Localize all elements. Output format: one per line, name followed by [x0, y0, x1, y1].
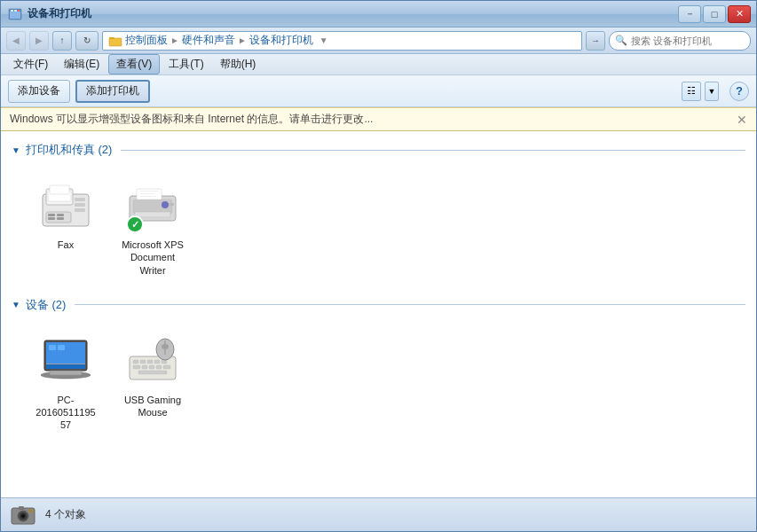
pc-device-label: PC-20160511195 57: [32, 394, 99, 432]
path-segment-3: 设备和打印机: [249, 33, 313, 48]
info-message: Windows 可以显示增强型设备图标和来自 Internet 的信息。请单击进…: [10, 112, 373, 127]
maximize-button[interactable]: □: [703, 5, 726, 23]
svg-rect-56: [19, 506, 24, 510]
default-printer-badge: ✓: [126, 215, 144, 233]
status-count: 4 个对象: [45, 507, 86, 522]
devices-grid: PC-20160511195 57: [12, 320, 745, 445]
devices-section-header: ▼ 设备 (2): [12, 297, 745, 313]
go-button[interactable]: →: [586, 31, 605, 51]
svg-rect-10: [50, 185, 69, 194]
svg-rect-25: [140, 191, 158, 192]
devices-collapse-icon[interactable]: ▼: [12, 300, 20, 309]
status-camera-icon: [10, 502, 36, 528]
info-bar: Windows 可以显示增强型设备图标和来自 Internet 的信息。请单击进…: [1, 107, 756, 131]
svg-rect-3: [14, 10, 17, 12]
svg-rect-40: [147, 360, 153, 364]
mouse-device-label: USB Gaming Mouse: [119, 394, 186, 419]
folder-icon: [108, 34, 122, 48]
toolbar-right: ☷ ▼ ?: [682, 82, 749, 101]
svg-point-57: [29, 509, 33, 512]
svg-rect-4: [18, 10, 20, 12]
close-button[interactable]: ✕: [728, 5, 751, 23]
mouse-icon-container: [124, 333, 181, 390]
content-area: ▼ 打印机和传真 (2): [1, 131, 756, 497]
printers-section-header: ▼ 打印机和传真 (2): [12, 142, 745, 158]
svg-rect-41: [154, 360, 160, 364]
svg-rect-1: [10, 12, 20, 19]
fax-icon-container: [37, 178, 94, 235]
svg-rect-32: [49, 345, 56, 350]
svg-rect-47: [163, 365, 170, 369]
toolbar: 添加设备 添加打印机 ☷ ▼ ?: [1, 75, 756, 107]
laptop-device-icon: [37, 333, 94, 390]
path-segment-2: 硬件和声音: [182, 33, 235, 48]
address-bar: ◀ ▶ ↑ ↻ 控制面板 ► 硬件和声音 ► 设备和打印机 ▼ → 🔍: [1, 27, 756, 54]
svg-rect-16: [48, 217, 55, 220]
fax-device-icon: [37, 178, 94, 235]
search-icon: 🔍: [615, 35, 627, 46]
menu-bar: 文件(F) 编辑(E) 查看(V) 工具(T) 帮助(H): [1, 54, 756, 75]
printers-collapse-icon[interactable]: ▼: [12, 145, 20, 155]
printers-section-divider: [121, 150, 745, 151]
svg-rect-39: [140, 360, 146, 364]
info-close-button[interactable]: ✕: [737, 113, 747, 127]
main-window: 设备和打印机 － □ ✕ ◀ ▶ ↑ ↻ 控制面板 ► 硬件和声音 ► 设备和打…: [0, 0, 757, 532]
svg-rect-38: [133, 360, 138, 364]
window-icon: [8, 7, 22, 21]
path-segment-1: 控制面板: [125, 33, 168, 48]
menu-help[interactable]: 帮助(H): [213, 55, 264, 74]
menu-tools[interactable]: 工具(T): [162, 55, 210, 74]
svg-rect-11: [75, 198, 85, 201]
svg-rect-17: [57, 214, 64, 216]
svg-rect-27: [140, 196, 156, 197]
svg-rect-6: [109, 37, 114, 39]
svg-rect-45: [149, 365, 154, 369]
svg-rect-2: [11, 10, 13, 12]
search-input[interactable]: [631, 35, 745, 46]
refresh-button[interactable]: ↻: [75, 31, 99, 51]
svg-rect-36: [50, 371, 82, 375]
devices-section-label: 设备 (2): [26, 297, 67, 313]
up-button[interactable]: ↑: [52, 31, 72, 51]
svg-rect-33: [58, 345, 65, 350]
back-button[interactable]: ◀: [6, 31, 26, 51]
svg-rect-34: [46, 364, 85, 369]
menu-edit[interactable]: 编辑(E): [57, 55, 106, 74]
address-path: 控制面板 ► 硬件和声音 ► 设备和打印机 ▼: [102, 31, 582, 51]
title-bar-left: 设备和打印机: [8, 6, 91, 21]
menu-view[interactable]: 查看(V): [108, 54, 160, 74]
mouse-device-icon: [124, 333, 181, 390]
svg-point-55: [21, 514, 25, 518]
svg-rect-24: [169, 203, 174, 206]
add-device-button[interactable]: 添加设备: [8, 80, 70, 103]
svg-rect-48: [138, 371, 167, 374]
add-printer-button[interactable]: 添加打印机: [75, 80, 150, 103]
menu-file[interactable]: 文件(F): [6, 55, 55, 74]
title-bar: 设备和打印机 － □ ✕: [1, 1, 756, 27]
help-icon-button[interactable]: ?: [729, 82, 749, 101]
printers-section-label: 打印机和传真 (2): [26, 142, 113, 158]
forward-button[interactable]: ▶: [29, 31, 49, 51]
view-button[interactable]: ☷: [682, 82, 701, 101]
svg-rect-42: [162, 360, 167, 364]
svg-rect-15: [48, 214, 55, 216]
svg-rect-12: [75, 203, 85, 207]
status-bar: 4 个对象: [1, 497, 756, 531]
device-item-pc[interactable]: PC-20160511195 57: [26, 327, 106, 438]
svg-rect-13: [75, 208, 85, 212]
window-title: 设备和打印机: [28, 6, 91, 21]
printers-grid: Fax: [12, 165, 745, 290]
device-item-mouse[interactable]: USB Gaming Mouse: [113, 327, 193, 438]
search-box[interactable]: 🔍: [609, 31, 751, 51]
svg-point-23: [162, 201, 169, 208]
minimize-button[interactable]: －: [678, 5, 701, 23]
svg-rect-44: [142, 365, 147, 369]
device-item-fax[interactable]: Fax: [26, 172, 106, 283]
svg-rect-18: [57, 217, 64, 220]
devices-section-divider: [75, 304, 745, 305]
view-dropdown-button[interactable]: ▼: [705, 82, 719, 101]
xps-device-label: Microsoft XPS Document Writer: [119, 239, 186, 277]
svg-point-51: [162, 344, 169, 349]
device-item-xps[interactable]: ✓ Microsoft XPS Document Writer: [113, 172, 193, 283]
xps-icon-container: ✓: [124, 178, 181, 235]
